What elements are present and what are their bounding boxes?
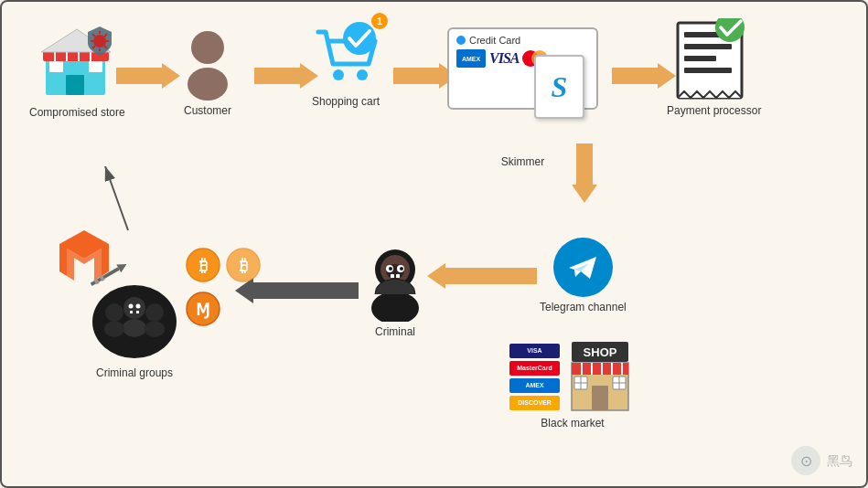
compromised-store-label: Compromised store <box>29 106 125 119</box>
svg-point-70 <box>104 321 124 337</box>
svg-rect-28 <box>684 68 732 73</box>
skimmer-overlay: S <box>534 55 584 119</box>
svg-point-72 <box>145 321 165 337</box>
skimmer-label: Skimmer <box>501 155 544 168</box>
bitcoin-icon2: ₿ <box>225 247 262 283</box>
svg-rect-49 <box>572 363 628 375</box>
store-icon <box>38 25 116 102</box>
svg-point-74 <box>136 304 141 309</box>
crypto-node: ₿ ₿ Ɱ <box>185 247 262 327</box>
bitcoin-icon: ₿ <box>185 247 221 283</box>
svg-rect-27 <box>684 56 716 61</box>
cc-title: Credit Card <box>456 35 589 46</box>
amex-logo: AMEX <box>456 49 486 68</box>
mastercard-card: MasterCard <box>509 361 560 376</box>
black-market-node: VISA MasterCard AMEX DISCOVER SHOP <box>509 340 636 430</box>
arrow-telegram-criminal <box>427 263 537 289</box>
svg-rect-55 <box>592 386 608 410</box>
svg-point-67 <box>123 297 145 319</box>
amex-card: AMEX <box>509 378 560 393</box>
criminal-groups-label: Criminal groups <box>96 366 173 379</box>
svg-rect-1 <box>66 75 84 95</box>
svg-text:₿: ₿ <box>199 257 208 275</box>
telegram-label: Telegram channel <box>540 301 627 313</box>
payment-processor-icon <box>673 18 755 101</box>
svg-point-36 <box>400 267 403 271</box>
cart-badge: 1 <box>371 13 388 29</box>
svg-point-21 <box>333 69 344 80</box>
visa-card: VISA <box>509 344 560 358</box>
svg-text:₿: ₿ <box>240 257 248 275</box>
shopping-cart-label: Shopping cart <box>312 95 380 108</box>
svg-rect-26 <box>684 44 732 49</box>
svg-point-22 <box>357 69 368 80</box>
bitcoin-icon-group: ₿ ₿ <box>185 247 262 283</box>
diagram-container: Compromised store Customer <box>0 0 868 488</box>
svg-rect-37 <box>391 274 394 278</box>
svg-rect-76 <box>136 311 139 313</box>
payment-processor-node: Payment processor <box>667 18 761 117</box>
svg-rect-75 <box>130 311 133 313</box>
svg-line-78 <box>105 166 128 230</box>
svg-text:⊙: ⊙ <box>800 453 812 469</box>
customer-label: Customer <box>184 104 231 117</box>
skimmer-icon: S <box>534 55 584 119</box>
customer-node: Customer <box>176 27 240 117</box>
telegram-node: Telegram channel <box>540 238 627 313</box>
shop-cards: VISA MasterCard AMEX DISCOVER <box>509 344 560 410</box>
criminal-node: Criminal <box>359 244 432 338</box>
svg-rect-3 <box>89 61 102 72</box>
shopping-cart-node: 1 Shopping cart <box>309 18 382 108</box>
customer-icon <box>176 27 240 101</box>
cart-icon <box>309 18 382 91</box>
svg-point-69 <box>105 303 123 322</box>
dashed-arrow-svg <box>101 162 146 235</box>
payment-processor-label: Payment processor <box>667 104 761 117</box>
criminal-groups-node: Criminal groups <box>89 271 180 379</box>
compromised-store-node: Compromised store <box>29 25 125 119</box>
svg-point-35 <box>389 267 392 271</box>
svg-point-73 <box>129 304 134 309</box>
visa-logo: VISA <box>489 50 519 67</box>
svg-point-71 <box>145 303 164 322</box>
svg-point-68 <box>123 319 146 337</box>
cc-label: Credit Card <box>469 35 520 46</box>
arrow-store-customer <box>116 63 180 89</box>
arrow-criminal-store <box>101 162 146 239</box>
svg-point-39 <box>371 292 419 322</box>
watermark-text: 黑鸟 <box>827 453 852 470</box>
telegram-icon <box>553 238 613 297</box>
telegram-plane-icon <box>564 249 601 286</box>
black-market-label: Black market <box>541 417 604 430</box>
watermark: ⊙ 黑鸟 <box>790 445 852 477</box>
shop-icon: SHOP <box>567 340 636 413</box>
criminal-groups-icon <box>89 271 180 363</box>
svg-rect-38 <box>396 274 400 278</box>
cc-radio <box>456 36 466 45</box>
svg-point-19 <box>191 31 224 64</box>
discover-card: DISCOVER <box>509 396 560 410</box>
svg-text:SHOP: SHOP <box>584 345 617 359</box>
svg-text:Ɱ: Ɱ <box>196 301 210 319</box>
black-market-group: VISA MasterCard AMEX DISCOVER SHOP <box>509 340 636 413</box>
crypto-icons: ₿ ₿ Ɱ <box>185 247 262 327</box>
wechat-logo: ⊙ <box>790 445 822 477</box>
arrow-skimmer-telegram <box>572 143 597 203</box>
svg-point-20 <box>188 68 228 101</box>
svg-rect-2 <box>49 61 63 72</box>
svg-point-10 <box>93 35 106 48</box>
criminal-icon <box>359 244 432 322</box>
monero-icon-group: Ɱ <box>185 291 262 327</box>
criminal-label: Criminal <box>375 325 415 338</box>
monero-icon: Ɱ <box>185 291 221 327</box>
